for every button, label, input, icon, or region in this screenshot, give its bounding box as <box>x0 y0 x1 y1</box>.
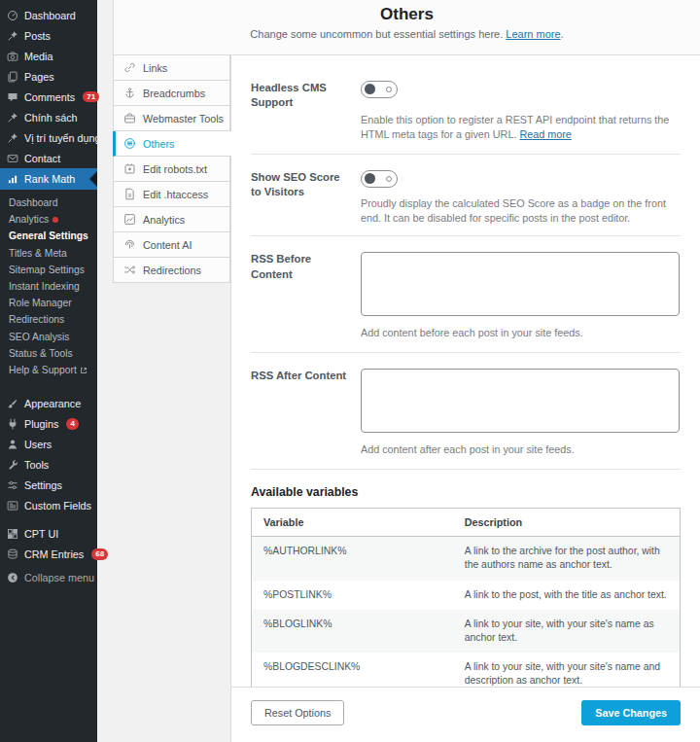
available-variables-title: Available variables <box>251 485 681 499</box>
sidebar-item-label: CRM Entries <box>24 548 84 560</box>
pushpin-icon <box>7 30 18 42</box>
tab-edit-robots-txt[interactable]: Edit robots.txt <box>113 157 230 182</box>
settings-header: Others Change some uncommon but essentia… <box>113 0 700 55</box>
database-icon <box>7 548 18 560</box>
column-header-description: Description <box>453 509 681 537</box>
seo-score-toggle[interactable] <box>361 170 398 188</box>
sidebar-item-label: Tools <box>24 459 49 471</box>
variable-cell: %BLOGLINK% <box>252 610 453 653</box>
collapse-menu-button[interactable]: Collapse menu <box>0 567 97 587</box>
setting-rss-before: RSS Before Content Add content before ea… <box>251 236 681 353</box>
submenu-item-sitemap-settings[interactable]: Sitemap Settings <box>0 262 97 278</box>
setting-label: Show SEO Score to Visitors <box>251 170 361 226</box>
description-cell: A link to your site, with your site's na… <box>453 610 681 653</box>
submenu-item-status-tools[interactable]: Status & Tools <box>0 345 97 362</box>
pushpin-icon <box>7 132 18 144</box>
notification-dot-icon <box>52 217 58 223</box>
grid-squares-icon <box>7 528 18 540</box>
sidebar-item-dashboard[interactable]: Dashboard <box>0 5 97 25</box>
tab-others[interactable]: Others <box>113 131 231 157</box>
paintbrush-icon <box>7 398 18 409</box>
submenu-item-redirections[interactable]: Redirections <box>0 311 97 328</box>
save-changes-button[interactable]: Save Changes <box>581 700 681 725</box>
sidebar-item-posts[interactable]: Posts <box>0 25 97 46</box>
sidebar-item-label: Rank Math <box>24 173 75 185</box>
tab-breadcrumbs[interactable]: Breadcrumbs <box>113 81 230 106</box>
sidebar-item-rank-math[interactable]: Rank Math <box>0 168 97 190</box>
sidebar-item-users[interactable]: Users <box>0 434 97 454</box>
settings-tab-list: Links Breadcrumbs Webmaster Tools Others… <box>113 55 230 283</box>
rss-before-textarea[interactable] <box>361 252 680 316</box>
page-title: Others <box>114 5 700 24</box>
headless-cms-toggle[interactable] <box>361 81 398 98</box>
learn-more-link[interactable]: Learn more <box>506 28 560 40</box>
comments-count-badge: 71 <box>83 91 99 103</box>
sidebar-item-label: Media <box>24 51 52 62</box>
submenu-item-dashboard[interactable]: Dashboard <box>0 194 97 211</box>
envelope-icon <box>7 153 18 164</box>
sidebar-item-cpt-ui[interactable]: CPT UI <box>0 523 97 544</box>
table-row: %POSTLINK% A link to the post, with the … <box>252 581 681 610</box>
sidebar-item-label: Plugins <box>24 418 58 430</box>
submenu-item-instant-indexing[interactable]: Instant Indexing <box>0 278 97 295</box>
submenu-item-role-manager[interactable]: Role Manager <box>0 295 97 311</box>
submenu-item-help-support[interactable]: Help & Support <box>0 362 97 378</box>
tab-webmaster-tools[interactable]: Webmaster Tools <box>113 106 230 131</box>
submenu-item-general-settings[interactable]: General Settings <box>0 228 97 244</box>
rss-after-textarea[interactable] <box>361 369 680 433</box>
sidebar-item-vi-tri-tuyen-dung[interactable]: Vị trí tuyển dụng <box>0 127 97 148</box>
read-more-link[interactable]: Read more <box>519 128 571 140</box>
reset-options-button[interactable]: Reset Options <box>251 700 344 725</box>
external-link-icon <box>80 367 88 374</box>
toggle-on-knob <box>365 173 375 184</box>
setting-description: Proudly display the calculated SEO Score… <box>361 196 681 226</box>
sidebar-item-pages[interactable]: Pages <box>0 66 97 87</box>
tab-content-ai[interactable]: Content AI <box>113 232 230 258</box>
wrench-icon <box>7 459 18 471</box>
setting-label: RSS Before Content <box>251 252 361 338</box>
tab-redirections[interactable]: Redirections <box>113 258 230 283</box>
plug-icon <box>7 418 18 430</box>
plugins-count-badge: 4 <box>66 418 78 430</box>
tab-edit-htaccess[interactable]: Edit .htaccess <box>113 182 230 207</box>
sidebar-item-label: Settings <box>24 479 62 491</box>
submenu-item-seo-analysis[interactable]: SEO Analysis <box>0 329 97 345</box>
sidebar-item-plugins[interactable]: Plugins 4 <box>0 413 97 434</box>
user-icon <box>7 439 18 450</box>
sidebar-item-contact[interactable]: Contact <box>0 148 97 168</box>
sidebar-item-label: CPT UI <box>24 528 58 540</box>
sliders-icon <box>7 479 18 491</box>
toggle-off-knob <box>386 87 392 92</box>
sidebar-item-label: Collapse menu <box>24 572 94 583</box>
wp-admin-sidebar: Dashboard Posts Media Pages Comments 71 … <box>0 0 97 742</box>
table-header-row: Variable Description <box>252 509 681 537</box>
chain-link-icon <box>123 61 136 74</box>
sidebar-item-label: Users <box>24 439 52 450</box>
sidebar-item-appearance[interactable]: Appearance <box>0 393 97 413</box>
tab-links[interactable]: Links <box>113 55 230 81</box>
sidebar-item-label: Posts <box>24 30 51 42</box>
sidebar-item-label: Custom Fields <box>24 500 91 512</box>
submenu-item-analytics[interactable]: Analytics <box>0 211 97 228</box>
sidebar-item-crm-entries[interactable]: CRM Entries 68 <box>0 544 97 564</box>
setting-rss-after: RSS After Content Add content after each… <box>251 353 681 470</box>
tab-analytics[interactable]: Analytics <box>113 207 230 232</box>
sidebar-item-settings[interactable]: Settings <box>0 475 97 495</box>
pushpin-icon <box>7 112 18 124</box>
sidebar-item-label: Vị trí tuyển dụng <box>24 132 101 144</box>
setting-seo-score: Show SEO Score to Visitors Proudly displ… <box>251 155 681 236</box>
chart-box-icon <box>123 213 136 226</box>
tab-label: Breadcrumbs <box>143 88 205 99</box>
sidebar-item-tools[interactable]: Tools <box>0 454 97 475</box>
sidebar-item-comments[interactable]: Comments 71 <box>0 87 97 107</box>
tab-label: Edit .htaccess <box>143 189 208 200</box>
tab-label: Edit robots.txt <box>143 163 207 175</box>
sidebar-item-media[interactable]: Media <box>0 46 97 66</box>
setting-headless-cms: Headless CMS Support Enable this option … <box>251 55 681 155</box>
collapse-arrow-icon <box>7 572 18 583</box>
sidebar-item-label: Dashboard <box>24 10 76 21</box>
sidebar-item-custom-fields[interactable]: Custom Fields <box>0 495 97 515</box>
comment-bubble-icon <box>7 91 18 103</box>
sidebar-item-chinh-sach[interactable]: Chính sách <box>0 107 97 127</box>
submenu-item-titles-meta[interactable]: Titles & Meta <box>0 245 97 262</box>
